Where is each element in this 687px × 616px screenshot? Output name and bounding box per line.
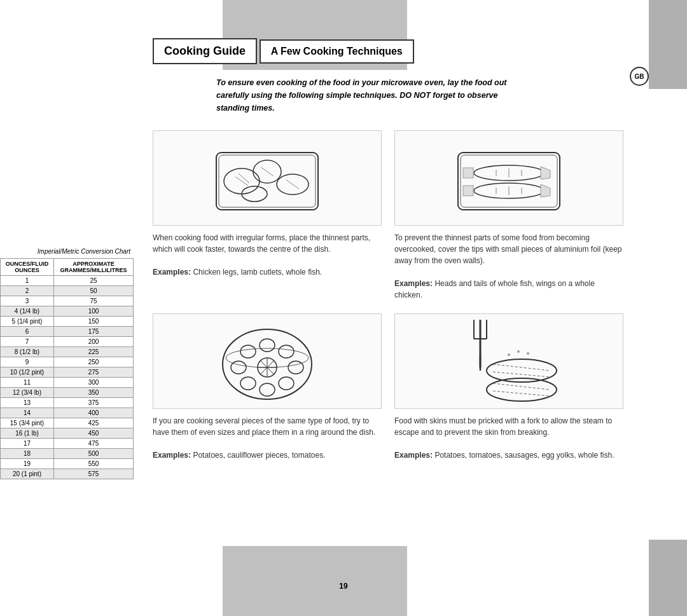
svg-point-26 [260, 339, 275, 352]
dish-svg-1 [204, 133, 331, 222]
chart-g-14: 425 [53, 418, 133, 428]
chart-g-2: 75 [53, 296, 133, 306]
chart-g-8: 250 [53, 357, 133, 367]
technique-image-3 [153, 313, 382, 409]
chart-oz-5: 6 [1, 327, 54, 337]
fork-svg [445, 317, 572, 406]
col1-header: OUNCES/FLUID OUNCES [1, 259, 54, 276]
technique-image-1 [153, 130, 382, 226]
svg-line-6 [235, 177, 248, 186]
main-content: Cooking Guide A Few Cooking Techniques T… [134, 0, 649, 616]
chart-g-12: 375 [53, 398, 133, 408]
left-sidebar: Imperial/Metric Conversion Chart OUNCES/… [0, 0, 134, 616]
svg-point-29 [279, 377, 294, 390]
chart-g-15: 450 [53, 428, 133, 439]
chart-oz-15: 16 (1 lb) [1, 428, 54, 439]
cooking-guide-title: Cooking Guide [153, 38, 257, 64]
chart-oz-9: 10 (1/2 pint) [1, 367, 54, 378]
svg-point-30 [260, 383, 275, 396]
technique-text-1: When cooking food with irregular forms, … [153, 232, 382, 278]
chart-oz-12: 13 [1, 398, 54, 408]
technique-text-3: If you are cooking several pieces of the… [153, 415, 382, 461]
intro-text: To ensure even cooking of the food in yo… [216, 76, 522, 114]
technique-cell-4: Food with skins must be pricked with a f… [394, 313, 623, 461]
svg-point-33 [240, 345, 256, 358]
technique-cell-3: If you are cooking several pieces of the… [153, 313, 382, 461]
svg-point-31 [240, 377, 256, 390]
svg-rect-10 [458, 153, 560, 210]
page-number: 19 [339, 582, 347, 591]
chart-g-7: 225 [53, 347, 133, 357]
chart-g-11: 350 [53, 388, 133, 398]
svg-rect-11 [461, 155, 557, 207]
chart-g-19: 575 [53, 469, 133, 479]
technique-cell-1: When cooking food with irregular forms, … [153, 130, 382, 301]
svg-line-45 [493, 364, 550, 371]
chart-oz-18: 19 [1, 459, 54, 469]
technique-text-4: Food with skins must be pricked with a f… [394, 415, 623, 461]
svg-line-9 [286, 180, 299, 189]
svg-point-53 [527, 352, 529, 355]
chart-g-4: 150 [53, 317, 133, 327]
right-column [649, 0, 687, 616]
chart-oz-6: 7 [1, 337, 54, 347]
chart-oz-17: 18 [1, 449, 54, 459]
chart-oz-19: 20 (1 pint) [1, 469, 54, 479]
technique-text-2: To prevent the thinnest parts of some fo… [394, 232, 623, 301]
svg-marker-14 [541, 167, 550, 179]
technique-image-2 [394, 130, 623, 226]
col2-header: APPROXIMATE GRAMMES/MILLILITRES [53, 259, 133, 276]
svg-point-32 [231, 361, 246, 374]
svg-marker-17 [541, 184, 550, 197]
chart-oz-11: 12 (3/4 lb) [1, 388, 54, 398]
svg-line-8 [261, 167, 274, 176]
chart-oz-3: 4 (1/4 lb) [1, 306, 54, 317]
chart-oz-4: 5 (1/4 pint) [1, 317, 54, 327]
right-top-gray [649, 0, 687, 89]
svg-line-46 [493, 372, 550, 377]
chart-g-3: 100 [53, 306, 133, 317]
chart-oz-0: 1 [1, 276, 54, 286]
chart-oz-1: 2 [1, 286, 54, 296]
chart-oz-14: 15 (3/4 pint) [1, 418, 54, 428]
chart-g-1: 50 [53, 286, 133, 296]
bowl-svg [204, 317, 331, 406]
chart-g-17: 500 [53, 449, 133, 459]
chart-title: Imperial/Metric Conversion Chart [0, 242, 134, 258]
technique-image-4 [394, 313, 623, 409]
gb-badge: GB [630, 67, 649, 86]
chart-g-18: 550 [53, 459, 133, 469]
svg-rect-16 [463, 186, 473, 196]
chart-g-9: 275 [53, 367, 133, 378]
svg-rect-1 [219, 155, 316, 207]
chart-oz-10: 11 [1, 378, 54, 388]
svg-rect-13 [463, 168, 473, 178]
chart-oz-8: 9 [1, 357, 54, 367]
chart-oz-2: 3 [1, 296, 54, 306]
chart-g-16: 475 [53, 439, 133, 449]
svg-point-28 [288, 361, 303, 374]
svg-point-52 [517, 350, 520, 353]
conversion-table: OUNCES/FLUID OUNCES APPROXIMATE GRAMMES/… [0, 258, 134, 479]
chart-g-0: 25 [53, 276, 133, 286]
chart-g-6: 200 [53, 337, 133, 347]
techniques-grid: When cooking food with irregular forms, … [153, 130, 623, 461]
dish-svg-2 [445, 133, 572, 222]
svg-line-7 [239, 174, 249, 183]
svg-line-48 [493, 383, 550, 390]
right-bottom-gray [649, 540, 687, 616]
chart-oz-16: 17 [1, 439, 54, 449]
chart-g-13: 400 [53, 408, 133, 418]
svg-rect-0 [216, 153, 318, 210]
page-container: Imperial/Metric Conversion Chart OUNCES/… [0, 0, 687, 616]
section-title: A Few Cooking Techniques [260, 39, 414, 64]
chart-oz-13: 14 [1, 408, 54, 418]
chart-oz-7: 8 (1/2 lb) [1, 347, 54, 357]
chart-g-5: 175 [53, 327, 133, 337]
technique-cell-2: To prevent the thinnest parts of some fo… [394, 130, 623, 301]
svg-line-49 [493, 391, 550, 396]
svg-point-51 [508, 353, 510, 356]
svg-point-27 [279, 345, 294, 358]
chart-g-10: 300 [53, 378, 133, 388]
